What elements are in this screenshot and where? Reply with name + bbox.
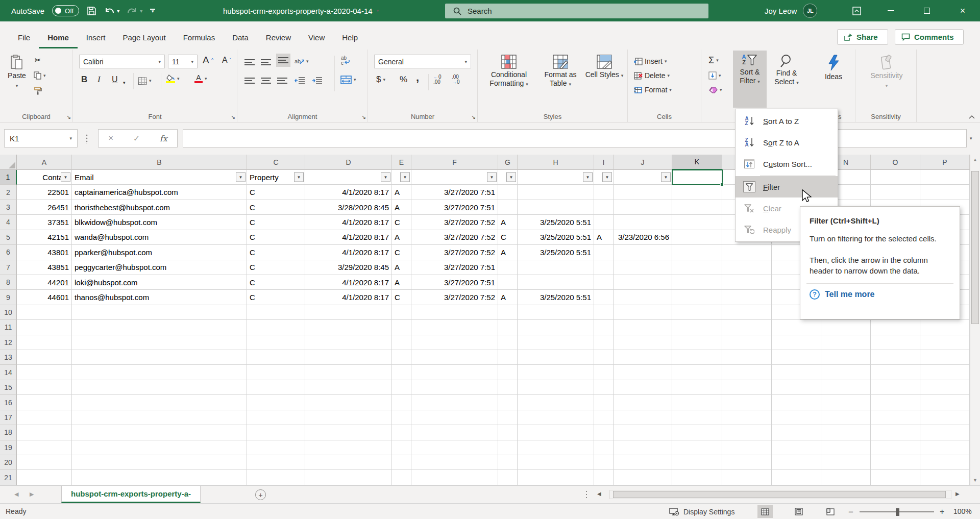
cell-J5[interactable]: 3/23/2020 6:56 (614, 230, 672, 245)
row-header-11[interactable]: 11 (0, 320, 17, 335)
cell-L11[interactable] (722, 320, 772, 335)
cell-M21[interactable] (772, 470, 821, 485)
cell-P11[interactable] (920, 320, 970, 335)
cell-B6[interactable]: pparker@hubspot.com (72, 245, 247, 260)
clear-button[interactable]: ▾ (708, 83, 722, 96)
cell-G4[interactable]: A (498, 215, 518, 230)
cell-K10[interactable] (672, 305, 722, 320)
decrease-decimal-button[interactable]: .00→0 (452, 73, 460, 86)
column-header-J[interactable]: J (614, 155, 672, 170)
cell-D4[interactable]: 4/1/2020 8:17 (305, 215, 392, 230)
cell-L9[interactable] (722, 290, 772, 305)
middle-align-button[interactable] (261, 56, 271, 69)
cell-G7[interactable] (498, 260, 518, 275)
cell-B16[interactable] (72, 395, 247, 410)
cell-A3[interactable]: 26451 (17, 200, 72, 215)
cell-H5[interactable]: 3/25/2020 5:51 (518, 230, 594, 245)
cell-I5[interactable]: A (594, 230, 614, 245)
cell-F12[interactable] (411, 335, 498, 350)
cell-C5[interactable]: C (247, 230, 305, 245)
cell-K18[interactable] (672, 425, 722, 440)
row-header-5[interactable]: 5 (0, 230, 17, 245)
format-painter-button[interactable] (34, 84, 42, 97)
cell-L18[interactable] (722, 425, 772, 440)
find-select-button[interactable]: Find &Select ▾ (767, 51, 806, 108)
cell-J4[interactable] (614, 215, 672, 230)
vertical-scrollbar[interactable]: ▲ ▼ (970, 155, 980, 485)
cell-G16[interactable] (498, 395, 518, 410)
row-header-3[interactable]: 3 (0, 200, 17, 215)
alignment-dialog-launcher[interactable]: ↘ (361, 114, 366, 120)
row-header-19[interactable]: 19 (0, 440, 17, 455)
cell-A13[interactable] (17, 350, 72, 365)
scrollbar-resize-grip[interactable] (585, 490, 588, 499)
top-align-button[interactable] (244, 56, 255, 69)
cell-D14[interactable] (305, 365, 392, 380)
increase-decimal-button[interactable]: ←0.00 (433, 73, 442, 86)
cell-B4[interactable]: blkwidow@hubspot.com (72, 215, 247, 230)
autosave-toggle[interactable]: Off (52, 5, 79, 16)
normal-view-button[interactable] (757, 505, 773, 518)
quick-access-customize-button[interactable]: ▾ (150, 9, 155, 13)
cell-D11[interactable] (305, 320, 392, 335)
font-color-button[interactable]: A▾ (194, 72, 207, 85)
filter-dropdown-button-F[interactable]: ▼ (487, 172, 497, 182)
cell-L16[interactable] (722, 395, 772, 410)
cell-G12[interactable] (498, 335, 518, 350)
underline-dropdown-icon[interactable]: ▾ (123, 76, 126, 89)
cell-M17[interactable] (772, 410, 821, 425)
tab-page-layout[interactable]: Page Layout (114, 29, 174, 48)
cell-H15[interactable] (518, 380, 594, 395)
cell-P13[interactable] (920, 350, 970, 365)
borders-button[interactable]: ▾ (138, 74, 152, 87)
row-header-15[interactable]: 15 (0, 380, 17, 395)
merge-center-button[interactable]: ▾ (340, 73, 356, 86)
cell-L8[interactable] (722, 275, 772, 290)
cell-K8[interactable] (672, 275, 722, 290)
cell-A21[interactable] (17, 470, 72, 485)
cell-B2[interactable]: captainamerica@hubspot.com (72, 185, 247, 200)
column-header-B[interactable]: B (72, 155, 247, 170)
cell-C11[interactable] (247, 320, 305, 335)
cell-K3[interactable] (672, 200, 722, 215)
cell-I2[interactable] (594, 185, 614, 200)
cell-E10[interactable] (392, 305, 411, 320)
cell-D20[interactable] (305, 455, 392, 470)
cell-I21[interactable] (594, 470, 614, 485)
cell-F3[interactable]: 3/27/2020 7:51 (411, 200, 498, 215)
cell-B3[interactable]: thoristhebest@hubspot.com (72, 200, 247, 215)
search-input[interactable]: Search (445, 4, 708, 18)
number-format-combo[interactable]: General▾ (374, 55, 471, 68)
cell-H17[interactable] (518, 410, 594, 425)
tab-review[interactable]: Review (257, 29, 300, 48)
bottom-align-button[interactable] (276, 54, 290, 67)
cell-H3[interactable] (518, 200, 594, 215)
cell-A16[interactable] (17, 395, 72, 410)
orientation-button[interactable]: ab ▾ (295, 55, 309, 68)
tab-help[interactable]: Help (333, 29, 366, 48)
filter-dropdown-button-E[interactable]: ▼ (400, 172, 410, 182)
tab-formulas[interactable]: Formulas (175, 29, 224, 48)
cell-I20[interactable] (594, 455, 614, 470)
zoom-in-button[interactable]: + (940, 507, 944, 516)
column-header-G[interactable]: G (498, 155, 518, 170)
column-header-A[interactable]: A (17, 155, 72, 170)
cell-D1[interactable]: ▼ (305, 170, 392, 185)
cell-G13[interactable] (498, 350, 518, 365)
cell-E6[interactable]: C (392, 245, 411, 260)
cell-M15[interactable] (772, 380, 821, 395)
fill-color-button[interactable]: ▾ (166, 72, 180, 85)
cell-H7[interactable] (518, 260, 594, 275)
cell-G1[interactable]: ▼ (498, 170, 518, 185)
cell-K14[interactable] (672, 365, 722, 380)
cell-O18[interactable] (871, 425, 920, 440)
cell-A6[interactable]: 43801 (17, 245, 72, 260)
scroll-left-icon[interactable]: ◀ (597, 491, 601, 497)
cell-B15[interactable] (72, 380, 247, 395)
cell-B8[interactable]: loki@hubspot.com (72, 275, 247, 290)
account-menu[interactable]: Joy Leow JL (765, 0, 817, 21)
cell-N18[interactable] (821, 425, 871, 440)
cell-B13[interactable] (72, 350, 247, 365)
cell-C2[interactable]: C (247, 185, 305, 200)
fill-handle[interactable] (720, 183, 724, 186)
